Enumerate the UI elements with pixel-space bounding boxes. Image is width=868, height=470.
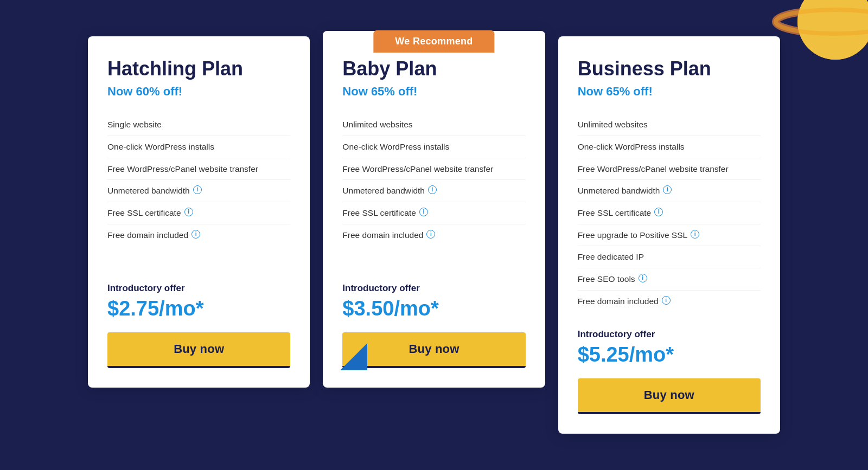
baby-buy-button-wrapper: Buy now — [342, 332, 525, 368]
list-item: One-click WordPress installs — [107, 136, 290, 158]
list-item: Free WordPress/cPanel website transfer — [107, 158, 290, 181]
hatchling-features-list: Single website One-click WordPress insta… — [107, 114, 290, 266]
info-icon[interactable]: i — [654, 208, 663, 216]
info-icon[interactable]: i — [639, 274, 647, 282]
recommend-badge: We Recommend — [373, 30, 494, 53]
list-item: Unmetered bandwidth i — [578, 180, 761, 202]
baby-buy-button[interactable]: Buy now — [342, 332, 525, 368]
hatchling-buy-button[interactable]: Buy now — [107, 332, 290, 368]
baby-features-list: Unlimited websites One-click WordPress i… — [342, 114, 525, 266]
business-plan-card: Business Plan Now 65% off! Unlimited web… — [558, 36, 780, 434]
list-item: One-click WordPress installs — [342, 136, 525, 158]
list-item: Free SSL certificate i — [578, 202, 761, 224]
info-icon[interactable]: i — [691, 230, 699, 239]
hatchling-introductory-label: Introductory offer — [107, 283, 290, 294]
business-introductory-label: Introductory offer — [578, 329, 761, 340]
baby-introductory-label: Introductory offer — [342, 283, 525, 294]
list-item: Free WordPress/cPanel website transfer — [342, 158, 525, 181]
list-item: Free domain included i — [107, 224, 290, 246]
business-plan-name: Business Plan — [578, 58, 761, 80]
list-item: Free SSL certificate i — [107, 202, 290, 224]
list-item: Free upgrade to Positive SSL i — [578, 224, 761, 247]
business-buy-button[interactable]: Buy now — [578, 378, 761, 414]
list-item: Unlimited websites — [578, 114, 761, 136]
list-item: Single website — [107, 114, 290, 136]
list-item: Free SEO tools i — [578, 268, 761, 291]
business-plan-discount: Now 65% off! — [578, 85, 761, 99]
list-item: Unlimited websites — [342, 114, 525, 136]
hatchling-plan-price: $2.75/mo* — [107, 297, 290, 320]
plans-container: Hatchling Plan Now 60% off! Single websi… — [81, 36, 787, 434]
list-item: Unmetered bandwidth i — [342, 180, 525, 202]
list-item: Unmetered bandwidth i — [107, 180, 290, 202]
hatchling-plan-card: Hatchling Plan Now 60% off! Single websi… — [88, 36, 310, 388]
info-icon[interactable]: i — [663, 185, 672, 194]
baby-plan-price: $3.50/mo* — [342, 297, 525, 320]
list-item: One-click WordPress installs — [578, 136, 761, 158]
info-icon[interactable]: i — [426, 230, 435, 239]
hatchling-plan-discount: Now 60% off! — [107, 85, 290, 99]
list-item: Free WordPress/cPanel website transfer — [578, 158, 761, 181]
baby-plan-name: Baby Plan — [342, 58, 525, 80]
info-icon[interactable]: i — [662, 296, 671, 305]
baby-plan-card: We Recommend Baby Plan Now 65% off! Unli… — [323, 31, 545, 388]
business-plan-price: $5.25/mo* — [578, 343, 761, 366]
hatchling-plan-name: Hatchling Plan — [107, 58, 290, 80]
list-item: Free domain included i — [578, 291, 761, 312]
info-icon[interactable]: i — [428, 185, 437, 194]
baby-plan-discount: Now 65% off! — [342, 85, 525, 99]
business-features-list: Unlimited websites One-click WordPress i… — [578, 114, 761, 312]
info-icon[interactable]: i — [419, 208, 428, 216]
info-icon[interactable]: i — [192, 230, 200, 239]
info-icon[interactable]: i — [193, 185, 202, 194]
list-item: Free domain included i — [342, 224, 525, 246]
list-item: Free dedicated IP — [578, 246, 761, 268]
info-icon[interactable]: i — [184, 208, 193, 216]
corner-decoration-left — [340, 343, 367, 370]
list-item: Free SSL certificate i — [342, 202, 525, 224]
